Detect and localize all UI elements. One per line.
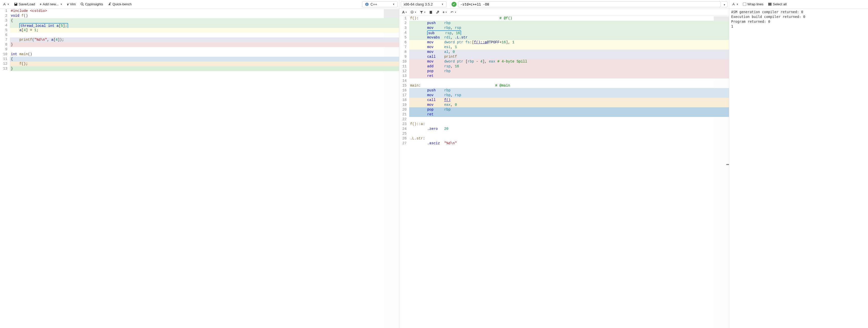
asm-line[interactable]: .zero 20 [409,127,729,131]
status-ok-icon[interactable] [452,2,457,7]
source-pane: A▼ Save/Load + Add new...▼ v Vim CppInsi… [0,0,399,328]
source-toolbar: A▼ Save/Load + Add new...▼ v Vim CppInsi… [0,0,399,9]
svg-rect-7 [769,4,771,5]
output-body[interactable]: ASM generation compiler returned: 0 Exec… [729,9,868,328]
asm-line[interactable]: f(): # @f() [409,16,729,21]
asm-line[interactable]: ret [409,112,729,117]
svg-rect-5 [430,11,432,13]
overrides-icon [450,10,454,14]
asm-line[interactable]: mov rbp, rsp [409,93,729,98]
font-size-button-asm[interactable]: A▼ [401,9,408,15]
svg-point-0 [81,3,83,5]
asm-line[interactable] [409,131,729,136]
asm-line[interactable]: mov eax, 0 [409,102,729,107]
asm-line[interactable]: movabs rdi, .L.str [409,35,729,40]
asm-line[interactable] [409,117,729,122]
magnify-icon [80,2,84,6]
asm-line[interactable]: sub rsp, 16 [409,30,729,35]
source-line[interactable]: a[4] = 1; [10,28,399,33]
asm-line[interactable]: .asciz "%d\n" [409,141,729,146]
asm-line[interactable]: pop rbp [409,107,729,112]
cppinsights-button[interactable]: CppInsights [79,2,105,7]
svg-rect-8 [769,5,771,5]
source-line[interactable]: #include <cstdio> [10,9,399,13]
select-all-button[interactable]: Select all [766,2,788,7]
filter-icon [420,10,423,14]
quickbench-button[interactable]: Quick-bench [106,2,133,7]
save-icon [14,2,18,6]
asm-code[interactable]: f(): # @f() push rbp mov rbp, rsp sub rs… [409,16,729,328]
asm-line[interactable] [409,78,729,83]
asm-subtoolbar: A▼ ▼ ▼ +▼ ▼ [399,9,729,16]
options-dropdown[interactable]: ▼ [721,1,727,7]
asm-pane: x86-64 clang 3.5.2▼ ▼ A▼ ▼ ▼ [399,0,729,328]
wrap-lines-checkbox[interactable]: Wrap lines [741,2,765,7]
asm-line[interactable]: main: # @main [409,83,729,88]
svg-line-1 [83,5,84,6]
source-line[interactable]: void f() [10,13,399,18]
vim-button[interactable]: v Vim [65,2,78,7]
tools-button[interactable] [435,10,441,15]
popout-button[interactable] [448,1,450,7]
asm-line[interactable]: mov dword ptr [rbp - 4], eax # 4-byte Sp… [409,59,729,64]
output-toolbar: A▼ Wrap lines Select all [729,0,868,9]
asm-line[interactable]: f()::a: [409,122,729,127]
asm-line[interactable]: add rsp, 16 [409,64,729,69]
overrides-button[interactable]: ▼ [449,10,458,15]
asm-line[interactable]: push rbp [409,88,729,93]
source-line[interactable] [10,33,399,37]
asm-gutter: 1234567891011121314151617181920212223242… [399,16,409,328]
add-new-button[interactable]: + Add new...▼ [38,2,64,7]
source-line[interactable]: printf("%d\n", a[4]); [10,37,399,42]
compiler-row: x86-64 clang 3.5.2▼ ▼ [399,0,729,9]
asm-line[interactable]: push rbp [409,21,729,26]
filter-button[interactable]: ▼ [418,10,427,15]
bench-icon [107,2,112,6]
asm-line[interactable]: call f() [409,98,729,102]
svg-text:C: C [366,4,367,5]
cpp-icon: C [365,2,369,6]
asm-line[interactable]: mov dword ptr fs:[f()::a@TPOFF+16], 1 [409,40,729,45]
wrench-icon [436,10,440,14]
asm-editor[interactable]: 1234567891011121314151617181920212223242… [399,16,729,328]
output-pane: A▼ Wrap lines Select all ASM generation … [729,0,868,328]
source-line[interactable]: thread_local int a[5]; [10,23,399,28]
source-line[interactable]: int main() [10,52,399,57]
source-line[interactable]: } [10,42,399,47]
asm-line[interactable]: call printf [409,55,729,59]
asm-line[interactable]: mov rbp, rsp [409,26,729,30]
language-select[interactable]: C C++ ▼ [362,1,398,7]
source-editor[interactable]: 12345678910111213 #include <cstdio>void … [0,9,399,328]
source-code[interactable]: #include <cstdio>void f(){ thread_local … [10,9,399,328]
gear-icon [410,10,414,14]
svg-point-2 [111,3,111,3]
asm-line[interactable]: mov esi, 1 [409,45,729,50]
font-size-button-output[interactable]: A▼ [731,2,740,7]
source-line[interactable]: { [10,57,399,62]
book-icon [429,10,433,14]
compiler-options-input[interactable] [458,1,721,7]
source-line[interactable]: } [10,66,399,71]
source-gutter: 12345678910111213 [0,9,10,328]
compiler-select[interactable]: x86-64 clang 3.5.2▼ [401,1,446,7]
svg-rect-6 [769,3,771,4]
source-line[interactable]: f(); [10,62,399,66]
selectall-icon [768,2,772,6]
asm-line[interactable]: ret [409,74,729,78]
source-line[interactable] [10,47,399,52]
asm-line[interactable]: .L.str: [409,136,729,141]
font-size-button[interactable]: A▼ [2,2,11,7]
settings-button[interactable]: ▼ [409,10,418,15]
source-line[interactable]: { [10,18,399,23]
resize-handle[interactable] [726,164,729,165]
asm-line[interactable]: mov al, 0 [409,50,729,55]
asm-line[interactable]: pop rbp [409,69,729,74]
save-load-button[interactable]: Save/Load [12,2,37,7]
libraries-button[interactable] [428,10,434,15]
add-button[interactable]: +▼ [441,9,448,15]
